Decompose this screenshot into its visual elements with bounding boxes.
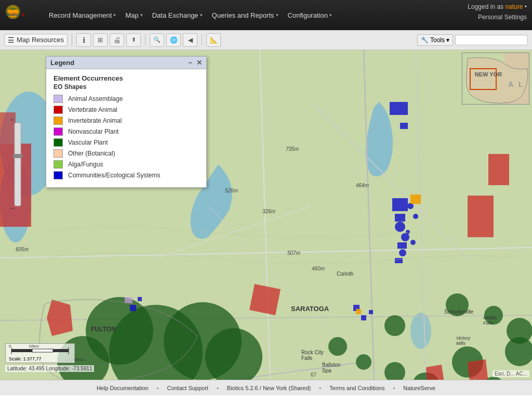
fulton-label: FULTON xyxy=(91,326,116,333)
toolbar-separator-3 xyxy=(202,34,202,46)
legend-subsection-title: EO Shapes xyxy=(54,83,199,91)
nav-map[interactable]: Map ▾ xyxy=(121,9,147,21)
legend-minimize-button[interactable]: − xyxy=(188,59,192,67)
legend-item: Communities/Ecological Systems xyxy=(54,171,199,179)
scale-bar-graphic: 0 10km xyxy=(9,345,71,355)
svg-text:−: − xyxy=(10,204,15,213)
svg-rect-51 xyxy=(397,242,407,249)
svg-rect-61 xyxy=(130,305,136,311)
svg-rect-48 xyxy=(395,214,405,222)
legend-header: Legend − ✕ xyxy=(46,57,206,69)
legend-close-button[interactable]: ✕ xyxy=(196,59,202,67)
legend-item: Vascular Plant xyxy=(54,138,199,147)
info-button[interactable]: ℹ xyxy=(76,33,91,47)
legend-swatch-1 xyxy=(54,106,63,114)
svg-point-8 xyxy=(410,313,431,349)
elev-735: 735m xyxy=(286,146,299,152)
svg-point-49 xyxy=(395,222,405,232)
svg-text:+: + xyxy=(10,117,14,123)
personal-settings-link[interactable]: Personal Settings xyxy=(478,14,527,21)
coordinates-display: Latitude: 43.495 Longitude: -73.5911 xyxy=(5,365,94,372)
footer-sep-2: • xyxy=(217,385,219,391)
svg-rect-76 xyxy=(11,349,32,352)
footer-natureserve[interactable]: NatureServe xyxy=(403,385,435,391)
legend-panel: Legend − ✕ Element Occurrences EO Shapes… xyxy=(46,56,207,188)
svg-text:0: 0 xyxy=(9,345,11,349)
legend-item: Other (Botanical) xyxy=(54,149,199,158)
elev-460: 460m xyxy=(312,266,325,272)
svg-rect-53 xyxy=(395,258,403,263)
legend-item-label-6: Alga/Fungus xyxy=(68,161,103,168)
nav-queries-reports-arrow: ▾ xyxy=(276,12,278,18)
layers-button[interactable]: ⊞ xyxy=(93,33,108,47)
svg-point-55 xyxy=(413,214,418,219)
menu-icon: ☰ xyxy=(8,36,15,44)
legend-section-title: Element Occurrences xyxy=(54,74,199,82)
ballston-label: BallstonSpa xyxy=(322,362,341,373)
user-info: Logged in as nature • xyxy=(468,3,527,10)
export-button[interactable]: ⬆ xyxy=(126,33,141,47)
toolbar: ☰ Map Resources ℹ ⊞ 🖨 ⬆ 🔍 🌐 ◀ 📐 🔧 Tools … xyxy=(0,30,532,50)
nav-data-exchange[interactable]: Data Exchange ▾ xyxy=(148,9,207,21)
scale-label: Scale: 1:377,77 xyxy=(9,356,71,362)
zoom-window-button[interactable]: 🔍 xyxy=(150,33,164,47)
map-container[interactable]: 67 xyxy=(0,50,532,380)
svg-marker-39 xyxy=(47,300,73,336)
victory-mills-label: VictoryMills xyxy=(456,336,470,346)
nav-map-arrow: ▾ xyxy=(140,12,143,18)
legend-controls: − ✕ xyxy=(188,59,202,67)
svg-marker-43 xyxy=(468,359,488,380)
back-button[interactable]: ◀ xyxy=(183,33,197,47)
nav-configuration[interactable]: Configuration ▾ xyxy=(284,9,336,21)
svg-rect-45 xyxy=(390,102,408,115)
rock-city-falls-label: Rock CityFalls xyxy=(301,350,324,361)
saratoga-label: SARATOGA xyxy=(291,305,329,313)
elev-605: 605m xyxy=(16,247,29,252)
scale-bar: 0 10km Scale: 1:377,77 xyxy=(5,343,75,363)
legend-item: Nonvascular Plant xyxy=(54,127,199,136)
svg-rect-62 xyxy=(138,297,142,301)
footer-sep-4: • xyxy=(393,385,395,391)
footer-terms[interactable]: Terms and Conditions xyxy=(329,385,384,391)
legend-item-label-0: Animal Assemblage xyxy=(68,95,123,102)
legend-swatch-0 xyxy=(54,95,63,103)
legend-swatch-3 xyxy=(54,127,63,136)
tools-button[interactable]: 🔧 Tools ▾ xyxy=(417,34,453,46)
schuylerville-label: Schuylerville xyxy=(444,309,473,315)
svg-rect-78 xyxy=(53,349,69,352)
wrench-icon: 🔧 xyxy=(421,36,429,44)
legend-items: Animal Assemblage Vertebrate Animal Inve… xyxy=(54,95,199,179)
nav-record-management[interactable]: Record Management ▾ xyxy=(45,9,120,21)
globe-button[interactable]: 🌐 xyxy=(166,33,181,47)
measure-button[interactable]: 📐 xyxy=(206,33,221,47)
footer-help-docs[interactable]: Help Documentation xyxy=(97,385,149,391)
elev-507: 507m xyxy=(287,250,300,256)
svg-marker-40 xyxy=(249,284,281,315)
svg-point-56 xyxy=(406,230,410,234)
logo-area: NatureServe Biotics 5 xyxy=(5,2,34,28)
legend-swatch-5 xyxy=(54,149,63,158)
svg-rect-63 xyxy=(410,195,421,204)
print-button[interactable]: 🖨 xyxy=(110,33,124,47)
legend-item: Invertebrate Animal xyxy=(54,117,199,125)
footer-contact-support[interactable]: Contact Support xyxy=(167,385,208,391)
svg-rect-46 xyxy=(400,123,408,129)
svg-rect-60 xyxy=(369,310,373,314)
footer-sep-3: • xyxy=(319,385,321,391)
legend-item: Animal Assemblage xyxy=(54,95,199,103)
search-input[interactable] xyxy=(455,35,528,45)
legend-swatch-6 xyxy=(54,160,63,169)
svg-text:5: 5 xyxy=(22,12,24,17)
legend-swatch-2 xyxy=(54,117,63,125)
svg-rect-77 xyxy=(32,349,53,352)
svg-text:L: L xyxy=(518,80,523,88)
nav-queries-reports[interactable]: Queries and Reports ▾ xyxy=(208,9,283,21)
svg-point-57 xyxy=(410,240,416,245)
svg-text:67: 67 xyxy=(311,372,317,378)
nav-record-management-arrow: ▾ xyxy=(113,12,116,18)
mini-map-svg: NEW YOR A L xyxy=(462,53,529,105)
tools-arrow-icon: ▾ xyxy=(446,36,449,44)
map-resources-button[interactable]: ☰ Map Resources xyxy=(4,34,68,46)
toolbar-separator-1 xyxy=(72,34,72,46)
svg-rect-64 xyxy=(356,309,361,314)
